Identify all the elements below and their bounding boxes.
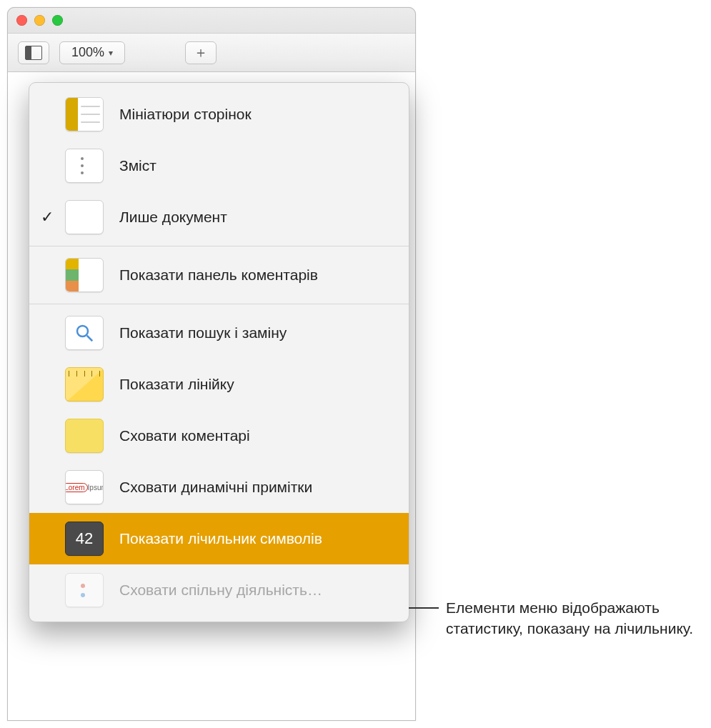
add-page-button[interactable]: ＋: [185, 41, 217, 64]
document-icon: [65, 200, 104, 234]
callout-leader-line: [409, 607, 439, 609]
menu-item-show-ruler[interactable]: Показати лінійку: [29, 359, 409, 410]
menu-item-label: Показати панель коментарів: [119, 266, 318, 284]
svg-point-0: [77, 326, 88, 336]
menu-item-table-of-contents[interactable]: Зміст: [29, 140, 409, 191]
comments-pane-icon: [65, 258, 104, 292]
menu-item-hide-collaboration-activity: Сховати спільну діяльність…: [29, 564, 409, 616]
toolbar: 100% ▾ ＋: [8, 34, 415, 72]
menu-separator: [29, 246, 409, 246]
toc-icon: [65, 149, 104, 183]
menu-separator: [29, 304, 409, 304]
zoom-dropdown[interactable]: 100% ▾: [59, 41, 125, 64]
menu-item-label: Показати пошук і заміну: [119, 324, 287, 341]
menu-item-show-word-count[interactable]: 42 Показати лічильник символів: [29, 513, 409, 564]
close-window-button[interactable]: [16, 15, 27, 26]
titlebar: [8, 8, 415, 34]
svg-line-1: [87, 336, 93, 341]
menu-item-label: Лише документ: [119, 209, 227, 226]
thumbnails-icon: [65, 97, 104, 131]
menu-item-label: Мініатюри сторінок: [119, 106, 252, 123]
view-menu-popup: Мініатюри сторінок Зміст ✓ Лише документ…: [29, 82, 409, 622]
menu-item-document-only[interactable]: ✓ Лише документ: [29, 191, 409, 243]
plus-icon: ＋: [194, 43, 208, 62]
checkmark-icon: ✓: [41, 208, 54, 226]
zoom-value: 100%: [71, 45, 104, 60]
annotation-callout: Елементи меню відображають статистику, п…: [409, 597, 703, 639]
window-controls: [16, 15, 63, 26]
menu-item-hide-comments[interactable]: Сховати коментарі: [29, 410, 409, 462]
menu-item-label: Показати лінійку: [119, 376, 234, 393]
zoom-window-button[interactable]: [52, 15, 63, 26]
menu-item-label: Сховати динамічні примітки: [119, 479, 312, 496]
menu-item-label: Показати лічильник символів: [119, 530, 322, 547]
menu-item-label: Сховати коментарі: [119, 427, 250, 444]
chevron-down-icon: ▾: [109, 48, 113, 58]
view-menu-button[interactable]: [18, 41, 49, 64]
menu-item-label: Зміст: [119, 157, 156, 174]
ruler-icon: [65, 367, 104, 402]
comment-icon: [65, 419, 104, 453]
callout-text: Елементи меню відображають статистику, п…: [439, 597, 703, 639]
count-badge-value: 42: [76, 529, 93, 548]
menu-item-page-thumbnails[interactable]: Мініатюри сторінок: [29, 89, 409, 140]
menu-item-hide-smart-annotations[interactable]: LoremIpsum Сховати динамічні примітки: [29, 462, 409, 513]
menu-item-show-find-replace[interactable]: Показати пошук і заміну: [29, 307, 409, 359]
menu-item-label: Сховати спільну діяльність…: [119, 582, 322, 599]
activity-icon: [65, 573, 104, 607]
lorem-icon: LoremIpsum: [65, 470, 104, 504]
search-icon: [65, 316, 104, 350]
menu-item-show-comments-pane[interactable]: Показати панель коментарів: [29, 249, 409, 301]
minimize-window-button[interactable]: [34, 15, 45, 26]
word-count-icon: 42: [65, 522, 104, 556]
sidebar-icon: [25, 46, 42, 60]
